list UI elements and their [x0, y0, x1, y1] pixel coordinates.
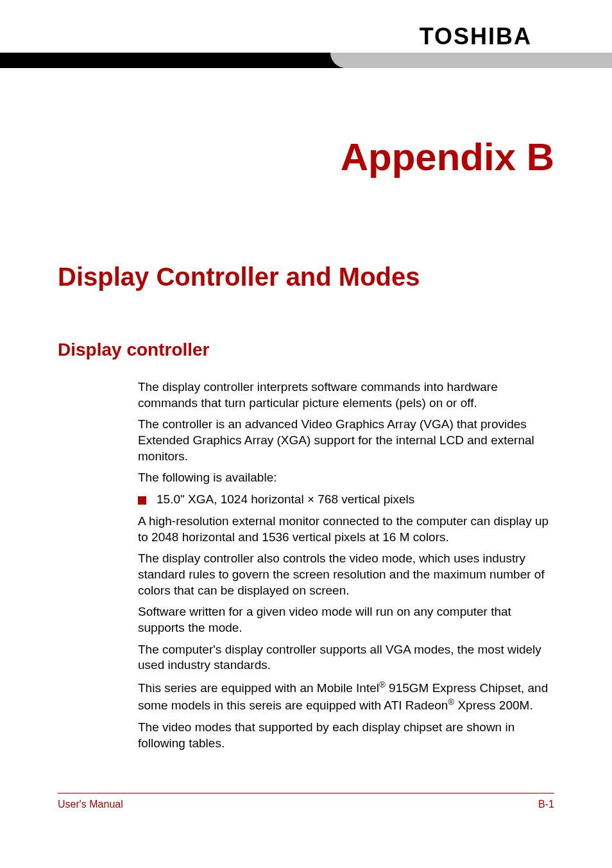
page-header: TOSHIBA [0, 0, 612, 77]
paragraph: The computer's display controller suppor… [138, 642, 551, 673]
paragraph: The controller is an advanced Video Grap… [138, 417, 551, 464]
body-content: The display controller interprets softwa… [138, 379, 551, 751]
paragraph: Software written for a given video mode … [138, 604, 551, 636]
paragraph: This series are equipped with an Mobile … [138, 679, 551, 714]
section-title: Display controller [58, 340, 612, 360]
text-fragment: This series are equipped with an Mobile … [138, 681, 379, 695]
footer-left: User's Manual [58, 799, 123, 810]
brand-logo: TOSHIBA [420, 23, 532, 50]
bullet-text: 15.0" XGA, 1024 horizontal × 768 vertica… [157, 492, 414, 508]
header-rule-dark [0, 53, 343, 68]
footer-rule [58, 793, 554, 794]
paragraph: The following is available: [138, 470, 551, 486]
header-rule [0, 53, 612, 68]
footer-page-number: B-1 [538, 799, 554, 810]
paragraph: The display controller also controls the… [138, 551, 551, 598]
registered-mark: ® [448, 697, 454, 707]
bullet-square-icon [138, 496, 146, 505]
paragraph: The display controller interprets softwa… [138, 379, 551, 411]
paragraph: A high-resolution external monitor conne… [138, 514, 551, 545]
header-rule-light [343, 53, 612, 68]
registered-mark: ® [379, 680, 386, 690]
footer-row: User's Manual B-1 [58, 799, 554, 810]
chapter-title: Display Controller and Modes [58, 263, 612, 291]
paragraph: The video modes that supported by each d… [138, 720, 551, 751]
page-footer: User's Manual B-1 [58, 793, 554, 810]
appendix-title: Appendix B [0, 135, 554, 179]
bullet-item: 15.0" XGA, 1024 horizontal × 768 vertica… [138, 492, 551, 508]
text-fragment: Xpress 200M. [454, 699, 533, 712]
